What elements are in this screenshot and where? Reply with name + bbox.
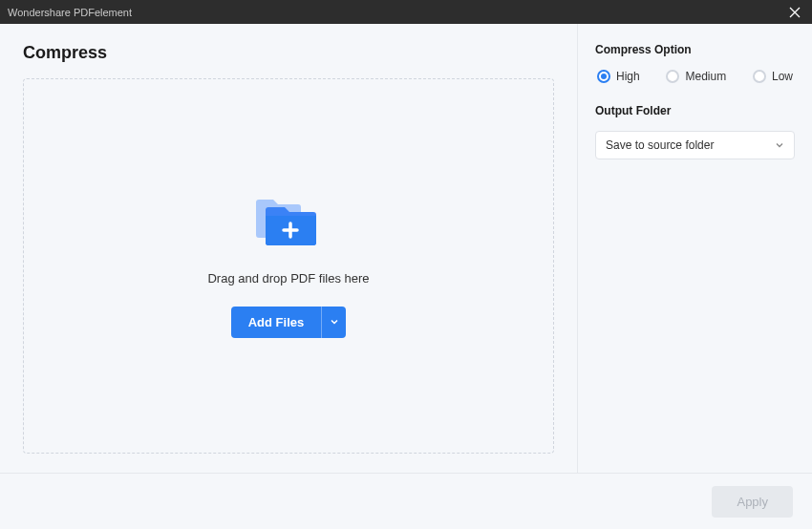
close-button[interactable] <box>785 3 804 22</box>
options-panel: Compress Option High Medium Low Output F… <box>578 24 812 473</box>
output-folder-heading: Output Folder <box>595 104 795 117</box>
app-title: Wondershare PDFelement <box>8 7 132 18</box>
output-folder-select[interactable]: Save to source folder <box>595 131 795 159</box>
compress-option-radio-group: High Medium Low <box>595 70 795 83</box>
add-files-button[interactable]: Add Files <box>231 307 322 338</box>
drop-zone[interactable]: Drag and drop PDF files here Add Files <box>23 78 554 454</box>
main-panel: Compress Drag and drop PDF files here Ad… <box>0 24 578 473</box>
radio-label: High <box>616 70 640 83</box>
footer: Apply <box>0 473 812 529</box>
chevron-down-icon <box>330 317 339 327</box>
page-title: Compress <box>23 43 554 63</box>
add-files-group: Add Files <box>231 307 347 338</box>
close-icon <box>789 7 801 18</box>
radio-icon <box>666 70 679 83</box>
radio-option-low[interactable]: Low <box>753 70 793 83</box>
drop-hint-text: Drag and drop PDF files here <box>207 271 369 286</box>
output-folder-selected-value: Save to source folder <box>606 138 714 152</box>
radio-label: Low <box>772 70 793 83</box>
radio-option-high[interactable]: High <box>597 70 640 83</box>
chevron-down-icon <box>775 140 784 150</box>
add-files-dropdown-button[interactable] <box>321 307 346 338</box>
compress-option-heading: Compress Option <box>595 43 795 56</box>
radio-icon <box>597 70 610 83</box>
content-area: Compress Drag and drop PDF files here Ad… <box>0 24 812 473</box>
titlebar: Wondershare PDFelement <box>0 0 812 24</box>
radio-option-medium[interactable]: Medium <box>666 70 726 83</box>
apply-button[interactable]: Apply <box>712 486 793 518</box>
radio-label: Medium <box>685 70 726 83</box>
radio-icon <box>753 70 766 83</box>
folder-add-icon <box>254 195 323 252</box>
